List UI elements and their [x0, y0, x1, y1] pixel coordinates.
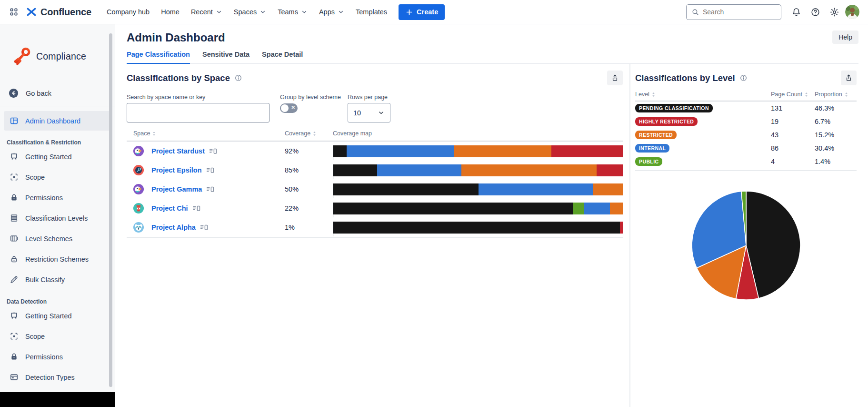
sort-icon [152, 131, 156, 137]
space-detail-icon[interactable] [206, 186, 214, 193]
coverage-value: 50% [285, 185, 333, 193]
sidebar-item-classification-levels[interactable]: Classification Levels [0, 208, 115, 228]
column-header-label: Coverage map [333, 130, 372, 137]
level-badge-pending-classification: PENDING CLASSIFICATION [635, 104, 713, 112]
scope-icon [10, 173, 19, 182]
sidebar-item-getting-started[interactable]: Getting Started [0, 146, 115, 167]
sidebar-scrollbar[interactable] [109, 33, 112, 387]
bar-segment-restricted [610, 203, 623, 214]
classifications-by-space-panel: Classifications by Space Search by space… [115, 64, 630, 407]
space-detail-icon[interactable] [206, 167, 214, 173]
info-icon[interactable] [234, 74, 242, 82]
go-back-label: Go back [26, 90, 51, 97]
go-back-button[interactable]: Go back [9, 88, 115, 98]
help-button[interactable]: Help [832, 31, 858, 44]
sort-icon [651, 92, 656, 98]
space-link-project-gamma[interactable]: Project Gamma [151, 185, 202, 193]
bar-segment-pending [333, 164, 377, 176]
sidebar-item-restriction-schemes[interactable]: Restriction Schemes [0, 249, 115, 269]
nav-item-spaces[interactable]: Spaces [228, 4, 272, 20]
space-row: Project Gamma50% [127, 180, 623, 199]
sidebar-item-bulk-classify[interactable]: Bulk Classify [0, 269, 115, 290]
lock-icon [10, 352, 19, 361]
tab-page-classification[interactable]: Page Classification [127, 51, 190, 64]
nav-item-apps[interactable]: Apps [313, 4, 350, 20]
sidebar-item-scope[interactable]: Scope [0, 167, 115, 187]
level-table: LevelPage CountProportion PENDING CLASSI… [635, 91, 857, 171]
space-detail-icon[interactable] [200, 224, 208, 231]
key-icon [11, 45, 33, 68]
sidebar-item-permissions[interactable]: Permissions [0, 187, 115, 208]
export-icon [845, 74, 853, 82]
confluence-logo[interactable]: Confluence [26, 6, 91, 18]
nav-item-home[interactable]: Home [155, 4, 185, 20]
global-search-input[interactable] [703, 8, 769, 16]
sidebar-item-label: Scope [25, 173, 45, 181]
column-header-proportion[interactable]: Proportion [815, 91, 857, 98]
space-export-button[interactable] [607, 71, 623, 85]
space-link-project-alpha[interactable]: Project Alpha [151, 224, 196, 231]
global-search[interactable] [686, 4, 781, 20]
sidebar-item-admin-dashboard[interactable]: Admin Dashboard [4, 111, 111, 131]
bar-segment-highly_restricted [597, 164, 623, 176]
space-link-project-stardust[interactable]: Project Stardust [151, 147, 205, 155]
column-header-label: Coverage [285, 130, 310, 137]
space-avatar-parrot [133, 184, 144, 194]
proportion-value: 30.4% [815, 144, 857, 152]
column-header-space[interactable]: Space [127, 130, 285, 137]
nav-item-company-hub[interactable]: Company hub [101, 4, 155, 20]
pencil-icon [10, 275, 19, 284]
coverage-value: 92% [285, 147, 333, 155]
bar-segment-internal [377, 164, 461, 176]
space-row: Project Epsilon85% [127, 161, 623, 180]
notifications-button[interactable] [788, 4, 804, 20]
bar-segment-internal [584, 203, 609, 214]
bar-segment-restricted [454, 145, 551, 157]
column-header-level[interactable]: Level [635, 91, 771, 98]
gear-icon [829, 7, 839, 17]
user-avatar[interactable] [845, 5, 859, 19]
avatar-photo [845, 5, 859, 19]
column-header-page-count[interactable]: Page Count [771, 91, 815, 98]
bar-segment-restricted [461, 164, 597, 176]
nav-item-templates[interactable]: Templates [350, 4, 393, 20]
easel-icon [10, 152, 19, 161]
create-button-label: Create [417, 8, 438, 16]
chevron-down-icon [216, 9, 222, 15]
coverage-bar [333, 164, 623, 176]
space-detail-icon[interactable] [192, 205, 200, 212]
create-button[interactable]: Create [399, 4, 445, 20]
info-icon[interactable] [739, 74, 748, 82]
plus-icon [405, 8, 413, 16]
page-count-value: 131 [771, 104, 815, 112]
sidebar-item-getting-started[interactable]: Getting Started [0, 305, 115, 326]
space-link-project-epsilon[interactable]: Project Epsilon [151, 166, 202, 174]
bar-segment-internal [347, 145, 455, 157]
level-badge-restricted: RESTRICTED [635, 131, 677, 139]
nav-item-recent[interactable]: Recent [185, 4, 228, 20]
column-header-coverage[interactable]: Coverage [285, 130, 333, 137]
tab-sensitive-data[interactable]: Sensitive Data [202, 51, 249, 63]
help-menu-button[interactable] [807, 4, 823, 20]
space-search-field: Search by space name or key [127, 94, 269, 122]
settings-button[interactable] [826, 4, 842, 20]
group-by-scheme-toggle[interactable]: ✕ [280, 103, 298, 113]
rows-per-page-select[interactable]: 10 [348, 103, 390, 122]
level-export-button[interactable] [841, 71, 857, 85]
back-arrow-icon [9, 88, 19, 98]
sort-icon [312, 131, 317, 137]
sidebar-item-detection-types[interactable]: Detection Types [0, 367, 115, 387]
app-switcher-button[interactable] [6, 4, 22, 20]
space-detail-icon[interactable] [209, 148, 217, 154]
main-content: Admin Dashboard Help Page Classification… [115, 24, 868, 407]
sidebar-item-permissions[interactable]: Permissions [0, 346, 115, 367]
level-row: INTERNAL8630.4% [635, 142, 857, 155]
nav-item-label: Teams [278, 8, 298, 16]
tab-space-detail[interactable]: Space Detail [262, 51, 303, 63]
sidebar-item-scope[interactable]: Scope [0, 326, 115, 346]
space-search-input[interactable] [127, 103, 269, 122]
space-link-project-chi[interactable]: Project Chi [151, 204, 188, 212]
sidebar-item-level-schemes[interactable]: Level Schemes [0, 228, 115, 249]
nav-item-teams[interactable]: Teams [272, 4, 313, 20]
question-circle-icon [810, 7, 820, 17]
